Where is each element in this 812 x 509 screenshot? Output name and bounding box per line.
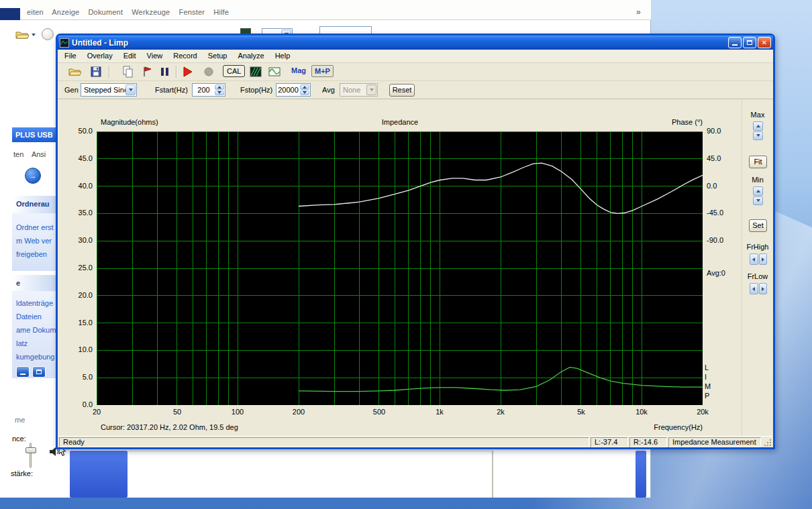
maximize-button-fragment[interactable]	[32, 366, 46, 378]
magnitude-tick: 35.0	[58, 209, 93, 217]
resize-grip[interactable]	[762, 437, 772, 447]
max-up-button[interactable]	[753, 121, 763, 131]
chevron-down-icon	[366, 84, 376, 95]
menu-file[interactable]: File	[59, 50, 82, 62]
cal-button[interactable]: CAL	[223, 65, 245, 77]
mag-phase-button[interactable]: M+P	[311, 65, 334, 77]
scale-panel: Max Fit Min Set FrHigh FrLow	[742, 99, 773, 436]
pause-icon[interactable]	[157, 64, 172, 79]
limp-side-letter: L	[705, 363, 711, 372]
signal-generator-icon[interactable]	[267, 64, 282, 79]
other-places-header[interactable]: e	[12, 275, 56, 291]
frlow-stepper[interactable]	[750, 283, 767, 294]
fstart-label: Fstart(Hz)	[155, 86, 188, 94]
impedance-plot[interactable]	[97, 131, 703, 405]
maximize-button[interactable]	[743, 37, 756, 48]
go-arrow-icon[interactable]: →	[25, 168, 41, 184]
status-right-level: R:-14.6	[629, 437, 667, 447]
mag-button[interactable]: Mag	[291, 66, 306, 74]
chevron-down-icon[interactable]	[125, 84, 136, 95]
fstop-input[interactable]	[277, 84, 299, 95]
background-label-nce: nce:	[12, 435, 26, 443]
menu-overlay[interactable]: Overlay	[82, 50, 118, 62]
task-link[interactable]: freigeben	[16, 250, 47, 258]
background-label-staerke: stärke:	[11, 469, 33, 477]
taskbar-fragment[interactable]	[636, 451, 646, 498]
minimize-button-fragment[interactable]	[16, 366, 30, 378]
frequency-tick: 100	[232, 408, 244, 416]
reset-button[interactable]: Reset	[389, 84, 415, 97]
volume-slider-track[interactable]	[30, 443, 32, 468]
menu-analyze[interactable]: Analyze	[232, 50, 269, 62]
fstart-up-button[interactable]	[215, 84, 224, 90]
set-button[interactable]: Set	[749, 219, 767, 232]
fstart-input[interactable]	[193, 84, 214, 95]
folder-tasks-header[interactable]: Ordnerau	[12, 196, 56, 213]
toolbar-overflow-chevron[interactable]: »	[636, 7, 641, 17]
other-places-title: e	[16, 279, 20, 287]
volume-slider-thumb[interactable]	[26, 447, 36, 453]
max-down-button[interactable]	[753, 131, 763, 141]
place-link[interactable]: ldatenträge	[16, 299, 53, 307]
save-icon[interactable]	[89, 64, 103, 79]
fstop-up-button[interactable]	[300, 84, 309, 90]
menu-view[interactable]: View	[142, 50, 168, 62]
menu-record[interactable]: Record	[168, 50, 202, 62]
fstart-spinner[interactable]	[192, 83, 225, 97]
gen-label: Gen	[64, 86, 79, 94]
frlow-left-button[interactable]	[750, 283, 758, 294]
max-spinner[interactable]	[753, 121, 763, 140]
folder-tasks-pane: Ordner erst m Web ver freigeben	[12, 213, 56, 271]
menu-help[interactable]: Help	[270, 50, 296, 62]
fit-button[interactable]: Fit	[749, 156, 767, 168]
frhigh-label: FrHigh	[742, 243, 773, 251]
open-file-icon[interactable]	[67, 64, 82, 79]
menu-setup[interactable]: Setup	[203, 50, 233, 62]
magnitude-tick: 15.0	[58, 319, 93, 327]
fstop-down-button[interactable]	[300, 91, 309, 96]
folder-dropdown-icon[interactable]	[32, 34, 36, 36]
play-icon[interactable]	[180, 64, 195, 79]
taskbar-fragment[interactable]	[70, 451, 128, 498]
desktop-background: eiten Anzeige Dokument Werkzeuge Fenster…	[0, 0, 812, 509]
title-bar[interactable]: Untitled - Limp ✕	[58, 36, 773, 50]
menu-edit[interactable]: Edit	[118, 50, 142, 62]
flag-icon[interactable]	[140, 64, 154, 79]
close-button[interactable]: ✕	[758, 37, 771, 48]
task-link[interactable]: m Web ver	[16, 237, 52, 245]
background-pane-fragment	[128, 451, 492, 498]
min-up-button[interactable]	[753, 186, 763, 196]
frlow-label: FrLow	[742, 272, 773, 280]
frhigh-stepper[interactable]	[750, 253, 767, 265]
place-link[interactable]: kumgebung	[16, 353, 55, 361]
minimize-button[interactable]	[728, 37, 742, 48]
frequency-tick: 1k	[436, 408, 444, 416]
min-spinner[interactable]	[753, 186, 763, 205]
frhigh-right-button[interactable]	[759, 253, 768, 265]
magnitude-tick: 25.0	[58, 264, 93, 272]
folder-icon[interactable]	[15, 28, 30, 43]
status-bar: Ready L:-37.4 R:-14.6 Impedance Measurem…	[58, 436, 773, 447]
fstop-spinner[interactable]	[276, 83, 311, 97]
place-link[interactable]: ame Dokum	[16, 326, 56, 334]
background-app-topbar: eiten Anzeige Dokument Werkzeuge Fenster…	[0, 0, 651, 20]
place-link[interactable]: latz	[16, 339, 28, 347]
limp-side-letter: I	[705, 372, 711, 382]
chart-title: Impedance	[340, 118, 460, 126]
generator-bar: Gen Stepped Sine Fstart(Hz) Fstop(Hz)	[58, 81, 773, 99]
frlow-right-button[interactable]	[759, 283, 768, 294]
toolbar-separator	[176, 66, 177, 78]
task-link[interactable]: Ordner erst	[16, 223, 54, 231]
copy-icon[interactable]	[121, 64, 136, 79]
min-down-button[interactable]	[753, 196, 763, 206]
generator-type-combo[interactable]: Stepped Sine	[81, 83, 137, 97]
place-link[interactable]: Dateien	[16, 313, 42, 321]
frhigh-left-button[interactable]	[750, 253, 758, 265]
usb-title-text: PLUS USB	[15, 131, 53, 139]
round-toolbar-icon[interactable]	[42, 28, 54, 40]
record-icon[interactable]	[201, 64, 216, 79]
spectrum-icon[interactable]	[248, 64, 263, 79]
min-label: Min	[742, 176, 773, 184]
fstart-down-button[interactable]	[215, 91, 224, 96]
frequency-tick: 2k	[497, 408, 505, 416]
